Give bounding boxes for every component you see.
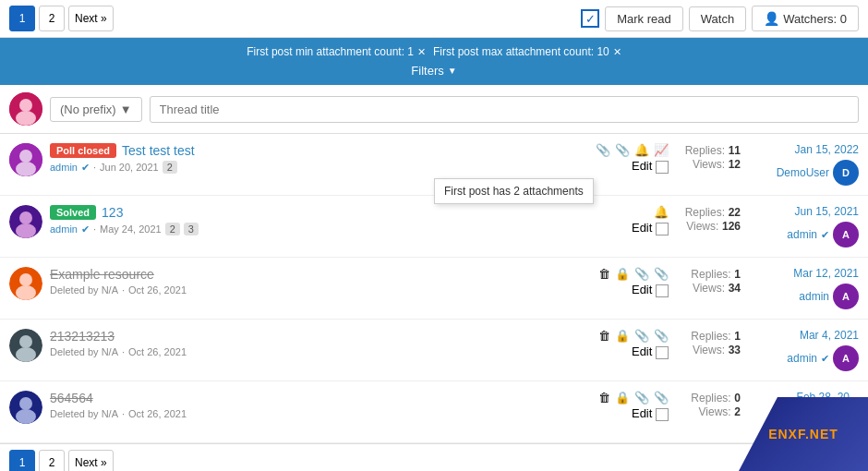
next-btn-bottom[interactable]: Next »	[68, 450, 114, 471]
deleted-by: Deleted by N/A	[50, 284, 118, 296]
thread-date: Jun 20, 2021	[100, 162, 159, 173]
thread-link[interactable]: 564564	[50, 391, 93, 405]
bell-icon[interactable]: 🔔	[654, 205, 669, 219]
latest-date[interactable]: Jun 15, 2021	[748, 205, 859, 218]
author-name[interactable]: admin	[50, 162, 78, 173]
select-checkbox[interactable]	[656, 408, 669, 421]
filters-button[interactable]: Filters ▼	[411, 64, 456, 78]
user-avatar: D	[833, 160, 859, 186]
latest-date[interactable]: Mar 4, 2021	[748, 329, 859, 342]
edit-row: Edit	[632, 159, 669, 174]
thread-link[interactable]: Example resource	[50, 267, 154, 282]
create-thread-bar: (No prefix) ▼	[0, 85, 868, 134]
latest-user: admin ✔ A	[748, 222, 859, 248]
avatar	[9, 329, 42, 362]
replies-val: 11	[729, 144, 741, 157]
thread-link[interactable]: Test test test	[122, 143, 195, 158]
thread-meta: Deleted by N/A · Oct 26, 2021	[50, 408, 591, 419]
thread-date: May 24, 2021	[100, 223, 162, 235]
svg-point-4	[19, 150, 32, 163]
latest-username[interactable]: admin	[787, 352, 817, 365]
thread-meta: Deleted by N/A · Oct 26, 2021	[50, 346, 591, 357]
latest-date[interactable]: Jan 15, 2022	[748, 143, 859, 156]
bottom-page-2-btn[interactable]: 2	[39, 450, 65, 471]
watchers-button[interactable]: 👤 Watchers: 0	[752, 6, 859, 31]
dot-sep: ·	[122, 408, 125, 419]
trash-icon[interactable]: 🗑	[598, 329, 610, 343]
trash-icon[interactable]: 🗑	[598, 267, 610, 281]
user-avatar: A	[833, 222, 859, 248]
svg-point-17	[16, 409, 36, 424]
latest-date[interactable]: Mar 12, 2021	[748, 267, 859, 280]
select-checkbox[interactable]	[656, 161, 669, 174]
page-1-btn[interactable]: 1	[9, 6, 35, 31]
trash-icon[interactable]: 🗑	[598, 391, 610, 405]
user-avatar: A	[833, 284, 859, 309]
lock-icon: 🔒	[615, 391, 630, 405]
svg-point-16	[19, 397, 32, 410]
thread-title-row: Example resource	[50, 267, 591, 282]
user-avatar: A	[833, 345, 859, 371]
edit-row: Edit	[632, 406, 669, 421]
mark-read-button[interactable]: Mark read	[605, 6, 683, 31]
edit-link[interactable]: Edit	[632, 159, 652, 173]
thread-actions-col: 🔔 Edit	[632, 205, 669, 236]
table-row: Solved 123 admin ✔ · May 24, 2021 2 3 🔔 …	[0, 196, 868, 258]
thread-date: Oct 26, 2021	[128, 346, 187, 357]
dot-sep: ·	[122, 284, 125, 296]
select-all-checkbox[interactable]: ✓	[581, 9, 599, 28]
page-2-btn[interactable]: 2	[39, 6, 65, 31]
replies-val: 22	[729, 206, 741, 219]
edit-link[interactable]: Edit	[632, 406, 652, 420]
thread-meta: Deleted by N/A · Oct 26, 2021	[50, 284, 591, 296]
thread-title-input[interactable]	[150, 96, 859, 123]
thread-stats: Replies: 1 Views: 34	[676, 267, 741, 295]
verified-icon: ✔	[821, 229, 829, 241]
bell-icon[interactable]: 🔔	[634, 143, 649, 157]
select-checkbox[interactable]	[656, 346, 669, 359]
filter-remove-min[interactable]: ✕	[417, 46, 426, 58]
thread-title-row: 213213213	[50, 329, 591, 344]
top-bar: 1 2 Next » ✓ Mark read Watch 👤 Watchers:…	[0, 0, 868, 38]
attachment-icon: 📎	[634, 267, 649, 281]
bottom-page-1-btn[interactable]: 1	[9, 450, 35, 471]
replies-val: 0	[734, 392, 741, 405]
author-name[interactable]: admin	[50, 223, 78, 235]
filter-remove-max[interactable]: ✕	[613, 46, 621, 58]
attachment-icon2: 📎	[654, 391, 669, 405]
replies-label: Replies:	[685, 144, 725, 157]
dot-sep: ·	[93, 223, 96, 235]
page-num-3[interactable]: 3	[184, 223, 199, 236]
verified-icon: ✔	[821, 353, 829, 365]
page-num-2[interactable]: 2	[165, 223, 180, 236]
chart-icon[interactable]: 📈	[654, 143, 669, 157]
prefix-select[interactable]: (No prefix) ▼	[50, 97, 142, 122]
table-row: Example resource Deleted by N/A · Oct 26…	[0, 258, 868, 320]
next-btn-top[interactable]: Next »	[68, 6, 114, 31]
watch-button[interactable]: Watch	[689, 6, 746, 31]
select-checkbox[interactable]	[656, 223, 669, 236]
attachment-icon2: 📎	[615, 143, 630, 157]
svg-point-5	[16, 162, 36, 176]
thread-title-row: 564564	[50, 391, 591, 405]
edit-link[interactable]: Edit	[632, 221, 652, 235]
svg-point-14	[16, 347, 36, 362]
select-checkbox[interactable]	[656, 284, 669, 297]
dot-sep: ·	[93, 162, 96, 173]
thread-link[interactable]: 123	[102, 205, 123, 220]
user-icon: 👤	[764, 11, 779, 26]
attachment-icon2: 📎	[654, 329, 669, 343]
verified-icon: ✔	[81, 162, 90, 174]
thread-link[interactable]: 213213213	[50, 329, 115, 344]
views-val: 33	[729, 344, 741, 356]
page-num-2[interactable]: 2	[163, 161, 177, 174]
edit-link[interactable]: Edit	[632, 344, 652, 358]
latest-user: DemoUser D	[748, 160, 859, 186]
latest-username[interactable]: DemoUser	[777, 166, 829, 179]
avatar	[9, 391, 42, 424]
latest-username[interactable]: admin	[799, 290, 829, 303]
latest-username[interactable]: admin	[787, 228, 817, 241]
table-row: 213213213 Deleted by N/A · Oct 26, 2021 …	[0, 320, 868, 381]
edit-link[interactable]: Edit	[632, 283, 652, 296]
svg-point-8	[16, 223, 36, 238]
